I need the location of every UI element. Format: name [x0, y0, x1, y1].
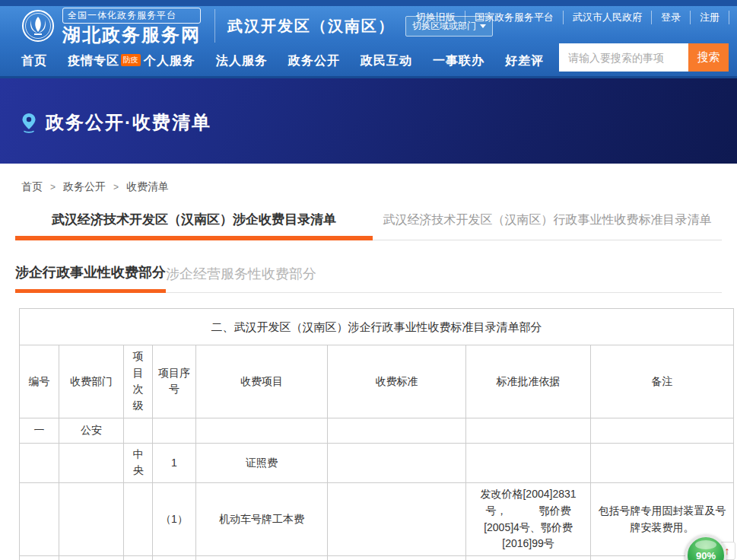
- nav-item-gov-disclosure[interactable]: 政务公开: [288, 53, 340, 69]
- cell-item-seq: （1）: [153, 483, 196, 556]
- cell-item-seq: 1: [153, 443, 196, 482]
- cell-fee-item: 证照费: [196, 443, 328, 482]
- cell-fee-item: 机动车号牌工本费: [196, 483, 328, 556]
- link-wuhan-gov[interactable]: 武汉市人民政府: [564, 11, 652, 24]
- nav-item-one-stop[interactable]: 一事联办: [433, 53, 484, 69]
- nav-item-personal-services[interactable]: 个人服务: [144, 53, 195, 69]
- cell-remarks: [591, 418, 734, 443]
- table-header-row: 编号 收费部门 项目次级 项目序号 收费项目 收费标准 标准批准依据 备注: [20, 345, 734, 418]
- site-header: 全国一体化政务服务平台 湖北政务服务网 武汉开发区（汉南区） 切换区域或部门 切…: [0, 0, 737, 78]
- nav-item-epidemic-label: 疫情专区: [68, 54, 119, 67]
- cell-fee-item: 号牌(含临时): [196, 555, 328, 560]
- col-header-remarks: 备注: [591, 345, 734, 418]
- nav-item-rating[interactable]: 好差评: [505, 53, 544, 69]
- main-content: 首页 > 政务公开 > 收费清单 武汉经济技术开发区（汉南区）涉企收费目录清单 …: [0, 180, 737, 560]
- location-pin-icon: [21, 113, 37, 133]
- fee-part-subtabs: 涉企行政事业性收费部分 涉企经营服务性收费部分: [15, 263, 722, 293]
- cell-number: [20, 443, 59, 482]
- breadcrumb-gov-disclosure[interactable]: 政务公开: [63, 180, 106, 194]
- col-header-item-level: 项目次级: [124, 345, 153, 418]
- site-logo[interactable]: 全国一体化政务服务平台 湖北政务服务网: [21, 9, 215, 43]
- zoom-percent-label: 90%: [696, 550, 716, 560]
- breadcrumb-home[interactable]: 首页: [21, 180, 43, 194]
- epidemic-badge: 防疫: [121, 54, 141, 66]
- cell-number: [20, 483, 59, 556]
- cell-item-level: [124, 418, 153, 443]
- col-header-number: 编号: [20, 345, 59, 418]
- cell-approval-basis: [466, 418, 591, 443]
- col-header-item-seq: 项目序号: [153, 345, 196, 418]
- breadcrumb-current: 收费清单: [126, 180, 169, 194]
- table-row: 中央 1 证照费: [20, 443, 734, 482]
- breadcrumb: 首页 > 政务公开 > 收费清单: [15, 180, 722, 194]
- col-header-approval-basis: 标准批准依据: [466, 345, 591, 418]
- cell-fee-standard: [328, 483, 466, 556]
- link-old-version[interactable]: 切换旧版: [407, 11, 465, 24]
- cell-fee-standard: [328, 418, 466, 443]
- cell-department: [59, 483, 124, 556]
- cell-item-level: 中央: [124, 443, 153, 482]
- logo-text-block: 全国一体化政务服务平台 湖北政务服务网: [62, 8, 201, 44]
- region-name: 武汉开发区（汉南区）: [227, 16, 395, 37]
- site-logo-icon: [21, 9, 55, 43]
- table-row: 一 公安: [20, 418, 734, 443]
- link-login[interactable]: 登录: [652, 11, 691, 24]
- cell-number: [20, 555, 59, 560]
- list-tabs: 武汉经济技术开发区（汉南区）涉企收费目录清单 武汉经济技术开发区（汉南区）行政事…: [15, 205, 722, 240]
- cell-fee-standard: [328, 555, 466, 560]
- header-top-strip: [0, 0, 737, 6]
- search-button[interactable]: 搜索: [688, 43, 729, 72]
- header-quick-links: 切换旧版 国家政务服务平台 武汉市人民政府 登录 注册: [407, 11, 729, 24]
- link-register[interactable]: 注册: [691, 11, 729, 24]
- cell-department: [59, 443, 124, 482]
- breadcrumb-separator: >: [50, 182, 56, 192]
- tab-enterprise-fee-catalog[interactable]: 武汉经济技术开发区（汉南区）涉企收费目录清单: [15, 205, 373, 240]
- cell-item-seq: ①: [153, 555, 196, 560]
- page-banner: 政务公开·收费清单: [0, 78, 737, 164]
- cell-remarks: [591, 443, 734, 482]
- cell-item-seq: [153, 418, 196, 443]
- cell-department: 公安: [59, 418, 124, 443]
- col-header-department: 收费部门: [59, 345, 124, 418]
- breadcrumb-separator: >: [113, 182, 119, 192]
- banner-title-row: 政务公开·收费清单: [0, 78, 737, 135]
- col-header-fee-item: 收费项目: [196, 345, 328, 418]
- site-search: 搜索: [559, 43, 729, 72]
- cell-department: [59, 555, 124, 560]
- page-title: 政务公开·收费清单: [46, 110, 211, 135]
- platform-label: 全国一体化政务服务平台: [62, 8, 201, 24]
- table-title-row: 二、武汉开发区（汉南区）涉企行政事业性收费标准目录清单部分: [20, 309, 734, 345]
- table-row: ① 号牌(含临时) 同上: [20, 555, 734, 560]
- cell-approval-basis: [466, 443, 591, 482]
- cell-approval-basis: 同上: [466, 555, 591, 560]
- nav-item-interaction[interactable]: 政民互动: [361, 53, 412, 69]
- nav-item-legal-services[interactable]: 法人服务: [216, 53, 268, 69]
- search-input[interactable]: [559, 43, 688, 72]
- fee-standard-table: 二、武汉开发区（汉南区）涉企行政事业性收费标准目录清单部分 编号 收费部门 项目…: [19, 308, 734, 560]
- site-name: 湖北政务服务网: [62, 25, 201, 44]
- subtab-administrative-fees[interactable]: 涉企行政事业性收费部分: [15, 263, 166, 293]
- cell-item-level: [124, 555, 153, 560]
- nav-item-home[interactable]: 首页: [21, 53, 47, 69]
- tab-administrative-fee-standard-catalog[interactable]: 武汉经济技术开发区（汉南区）行政事业性收费标准目录清单: [373, 206, 722, 240]
- cell-approval-basis: 发改价格[2004]2831号， 鄂价费[2005]4号、鄂价费[2016]99…: [466, 483, 591, 556]
- nav-item-epidemic-zone[interactable]: 疫情专区防疫: [68, 53, 141, 69]
- cell-item-level: [124, 483, 153, 556]
- link-national-platform[interactable]: 国家政务服务平台: [465, 11, 564, 24]
- table-title: 二、武汉开发区（汉南区）涉企行政事业性收费标准目录清单部分: [20, 309, 734, 345]
- cell-fee-item: [196, 418, 328, 443]
- col-header-fee-standard: 收费标准: [328, 345, 466, 418]
- cell-fee-standard: [328, 443, 466, 482]
- cell-number: 一: [20, 418, 59, 443]
- chevron-down-icon: [480, 24, 486, 28]
- table-row: （1） 机动车号牌工本费 发改价格[2004]2831号， 鄂价费[2005]4…: [20, 483, 734, 556]
- subtab-operational-service-fees[interactable]: 涉企经营服务性收费部分: [166, 265, 316, 292]
